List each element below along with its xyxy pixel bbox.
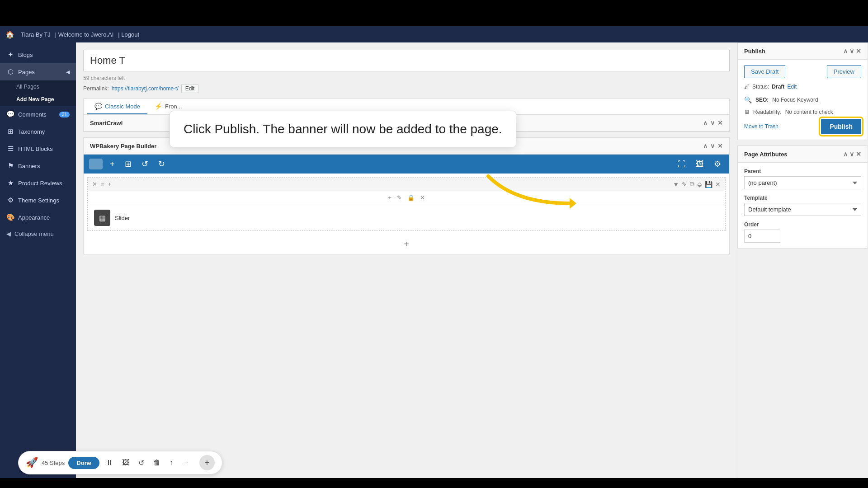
sidebar-item-blogs[interactable]: ✦ Blogs	[0, 46, 76, 63]
sidebar-item-html-blocks[interactable]: ☰ HTML Blocks	[0, 140, 76, 157]
row-edit-icon[interactable]: ✎	[682, 181, 687, 188]
page-attributes-header: Page Attributes ∧ ∨ ✕	[738, 146, 868, 163]
appearance-icon: 🎨	[6, 213, 14, 221]
refresh-button[interactable]: ↺	[136, 457, 147, 469]
collapse-label: Collapse menu	[14, 230, 54, 237]
wpbakery-module-slider[interactable]: ▦ Slider	[88, 205, 725, 230]
classic-mode-icon: 💬	[94, 103, 102, 110]
sidebar-item-comments[interactable]: 💬 Comments 31	[0, 106, 76, 123]
delete-button[interactable]: 🗑	[151, 457, 163, 469]
logout-link[interactable]: | Logout	[118, 31, 139, 38]
module-name: Slider	[115, 215, 130, 221]
char-count: 59 characters left	[83, 75, 730, 81]
row-select-icon[interactable]: ▼	[673, 181, 679, 188]
banners-icon: ⚑	[6, 162, 14, 170]
frontend-icon: ⚡	[155, 103, 162, 110]
seo-value: No Focus Keyword	[772, 97, 818, 103]
pause-button[interactable]: ⏸	[103, 457, 116, 469]
page-attributes-controls[interactable]: ∧ ∨ ✕	[843, 150, 861, 158]
parent-select[interactable]: (no parent)	[744, 176, 861, 189]
add-element-icon[interactable]: +	[388, 194, 392, 201]
sidebar-item-label: Product Reviews	[18, 180, 62, 187]
up-button[interactable]: ↑	[167, 457, 176, 469]
tab-classic-mode[interactable]: 💬 Classic Mode	[87, 99, 147, 114]
permalink-url[interactable]: https://tiarabytj.com/home-t/	[112, 85, 179, 92]
main-layout: ✦ Blogs ⬡ Pages ◀ All Pages Add New Page…	[0, 42, 868, 488]
close-icon[interactable]: ✕	[856, 47, 861, 55]
wpbakery-expand-btn[interactable]: ⛶	[675, 158, 689, 171]
edit-element-icon[interactable]: ✎	[397, 194, 402, 201]
content-area: 59 characters left Permalink: https://ti…	[76, 42, 868, 488]
chevron-up-icon[interactable]: ∧	[843, 47, 848, 55]
collapse-menu[interactable]: ◀ Collapse menu	[0, 226, 76, 242]
wpbakery-add-btn[interactable]: +	[107, 158, 118, 171]
row-paste-icon[interactable]: ⬙	[697, 181, 702, 188]
row-list-icon[interactable]: ≡	[101, 181, 104, 188]
row-save-icon[interactable]: 💾	[705, 181, 712, 188]
sidebar-item-banners[interactable]: ⚑ Banners	[0, 157, 76, 174]
sidebar-item-appearance[interactable]: 🎨 Appearance	[0, 209, 76, 226]
page-title-input[interactable]	[83, 50, 730, 71]
sidebar-item-label: HTML Blocks	[18, 145, 53, 152]
row-add-icon[interactable]: +	[108, 181, 112, 188]
permalink-bar: Permalink: https://tiarabytj.com/home-t/…	[83, 84, 730, 93]
template-select[interactable]: Default template	[744, 203, 861, 216]
add-step-button[interactable]: +	[199, 455, 215, 470]
wpbakery-speech-btn[interactable]	[89, 159, 103, 169]
row-delete-icon[interactable]: ✕	[715, 181, 721, 188]
close-icon[interactable]: ✕	[717, 142, 723, 150]
chevron-down-icon[interactable]: ∨	[710, 142, 715, 150]
publish-controls[interactable]: ∧ ∨ ✕	[843, 47, 861, 55]
permalink-edit-button[interactable]: Edit	[181, 84, 199, 93]
image-button[interactable]: 🖼	[119, 457, 132, 469]
move-to-trash-link[interactable]: Move to Trash	[744, 123, 778, 130]
wpbakery-grid-btn[interactable]: ⊞	[122, 157, 134, 171]
close-icon[interactable]: ✕	[856, 150, 861, 158]
sidebar-item-taxonomy[interactable]: ⊞ Taxonomy	[0, 123, 76, 140]
wpbakery-content: ✕ ≡ + ▼ ✎ ⧉ ⬙ 💾 ✕	[84, 177, 729, 254]
publish-button[interactable]: Publish	[821, 119, 861, 134]
remove-element-icon[interactable]: ✕	[420, 194, 425, 201]
close-icon[interactable]: ✕	[717, 119, 723, 127]
sidebar-item-label: Appearance	[18, 214, 50, 221]
page-attributes-title: Page Attributes	[744, 151, 788, 158]
tab-label: Fron...	[165, 103, 182, 110]
status-edit-link[interactable]: Edit	[787, 84, 797, 90]
wpbakery-header: WPBakery Page Builder ∧ ∨ ✕	[84, 138, 729, 155]
order-input[interactable]	[744, 230, 780, 243]
wpbakery-image-btn[interactable]: 🖼	[693, 158, 707, 171]
done-button[interactable]: Done	[68, 457, 99, 469]
wpbakery-controls[interactable]: ∧ ∨ ✕	[703, 142, 723, 150]
sidebar-item-product-reviews[interactable]: ★ Product Reviews	[0, 174, 76, 192]
arrow-right-button[interactable]: →	[179, 457, 192, 469]
chevron-down-icon[interactable]: ∨	[849, 47, 854, 55]
wpbakery-redo-btn[interactable]: ↻	[156, 157, 168, 171]
chevron-down-icon[interactable]: ∨	[710, 119, 715, 127]
preview-button[interactable]: Preview	[827, 65, 861, 78]
wpbakery-settings-btn[interactable]: ⚙	[711, 157, 724, 171]
sidebar-item-theme-settings[interactable]: ⚙ Theme Settings	[0, 192, 76, 209]
row-move-icon[interactable]: ✕	[92, 181, 97, 188]
site-name[interactable]: Tiara By TJ	[21, 31, 51, 38]
sidebar-item-label: Comments	[18, 111, 47, 118]
chevron-up-icon[interactable]: ∧	[703, 119, 708, 127]
publish-header: Publish ∧ ∨ ✕	[738, 43, 868, 60]
wpbakery-undo-btn[interactable]: ↺	[139, 157, 151, 171]
html-blocks-icon: ☰	[6, 145, 14, 153]
tab-frontend[interactable]: ⚡ Fron...	[147, 99, 189, 114]
sidebar-item-all-pages[interactable]: All Pages	[6, 80, 76, 93]
comments-badge: 31	[59, 112, 70, 117]
save-draft-button[interactable]: Save Draft	[744, 65, 785, 78]
chevron-down-icon[interactable]: ∨	[849, 150, 854, 158]
pencil-icon: 🖊	[744, 84, 750, 90]
row-copy-icon[interactable]: ⧉	[690, 180, 694, 188]
blogs-icon: ✦	[6, 51, 14, 59]
add-row-button[interactable]: +	[84, 235, 729, 254]
sidebar-item-pages[interactable]: ⬡ Pages ◀	[0, 63, 76, 80]
seo-icon: 🔍	[744, 96, 752, 103]
sidebar-item-add-new-page[interactable]: Add New Page	[6, 93, 76, 106]
chevron-up-icon[interactable]: ∧	[703, 142, 708, 150]
smartcrawl-controls[interactable]: ∧ ∨ ✕	[703, 119, 723, 127]
lock-element-icon[interactable]: 🔒	[407, 194, 415, 201]
chevron-up-icon[interactable]: ∧	[843, 150, 848, 158]
